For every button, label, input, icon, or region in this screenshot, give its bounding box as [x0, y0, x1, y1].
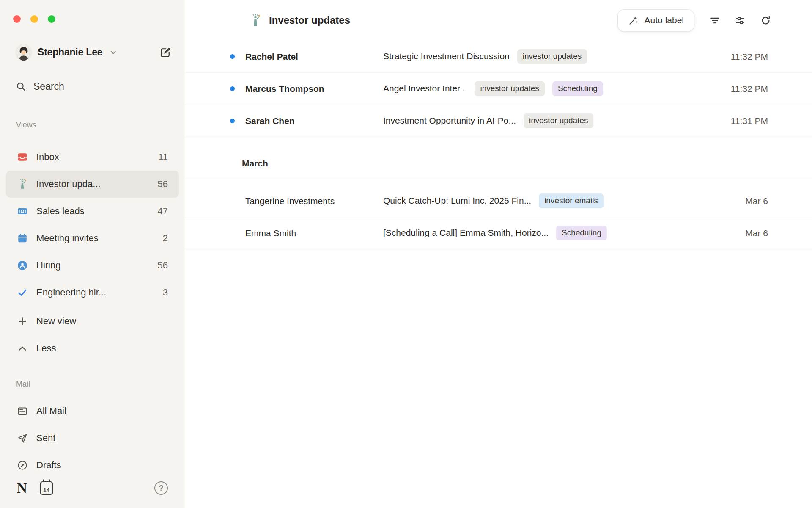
email-row-rachel-patel[interactable]: Rachel Patel Strategic Investment Discus…	[185, 41, 812, 73]
user-row: Stephanie Lee	[15, 43, 173, 61]
dot-cell	[228, 231, 245, 235]
avatar	[15, 44, 32, 61]
calendar-icon	[17, 233, 28, 244]
sidebar-item-drafts[interactable]: Drafts	[6, 452, 179, 479]
sidebar-item-label: Sales leads	[36, 206, 85, 217]
email-row-sarah-chen[interactable]: Sarah Chen Investment Opportunity in AI-…	[185, 105, 812, 137]
email-row-tangerine-investments[interactable]: Tangerine Investments Quick Catch-Up: Lu…	[185, 185, 812, 217]
views-section-label: Views	[16, 121, 185, 130]
email-tag[interactable]: Scheduling	[552, 81, 603, 96]
email-row-marcus-thompson[interactable]: Marcus Thompson Angel Investor Inter... …	[185, 73, 812, 105]
sidebar-item-label: Hiring	[36, 260, 60, 271]
dot-cell	[228, 54, 245, 59]
email-sender: Sarah Chen	[245, 116, 383, 126]
help-icon[interactable]: ?	[154, 481, 168, 495]
email-list: Rachel Patel Strategic Investment Discus…	[185, 41, 812, 249]
email-sender: Marcus Thompson	[245, 84, 383, 94]
less-label: Less	[36, 343, 56, 354]
page-title: Investor updates	[269, 14, 350, 26]
filter-button[interactable]	[705, 11, 724, 30]
sidebar-item-sales-leads[interactable]: Sales leads 47	[6, 198, 179, 225]
dot-cell	[228, 86, 245, 91]
statue-of-liberty-icon	[17, 179, 28, 190]
email-tag[interactable]: investor updates	[475, 81, 544, 96]
sidebar-item-count: 47	[158, 206, 168, 217]
drafts-icon	[17, 460, 28, 471]
sidebar-footer: N 14 ?	[0, 479, 185, 508]
calendar-app-icon[interactable]: 14	[40, 481, 53, 495]
email-time: Mar 6	[745, 196, 768, 206]
auto-label-button[interactable]: Auto label	[617, 9, 694, 32]
sidebar-item-count: 56	[158, 260, 168, 271]
email-tag[interactable]: investor updates	[517, 49, 587, 64]
dot-cell	[228, 119, 245, 123]
notion-icon[interactable]: N	[17, 481, 27, 495]
sidebar-item-label: Engineering hir...	[36, 287, 106, 298]
zoom-window-button[interactable]	[48, 15, 55, 23]
minimize-window-button[interactable]	[30, 15, 38, 23]
sidebar-item-all-mail[interactable]: All Mail	[6, 398, 179, 425]
main-content: Investor updates Auto label	[185, 0, 812, 508]
email-tag[interactable]: investor emails	[539, 193, 604, 208]
account-switcher[interactable]: Stephanie Lee	[15, 44, 118, 61]
sidebar-item-meeting-invites[interactable]: Meeting invites 2	[6, 225, 179, 252]
sidebar-item-label: Investor upda...	[36, 179, 101, 190]
sidebar-item-count: 2	[163, 233, 168, 244]
compose-icon	[159, 47, 171, 58]
compose-button[interactable]	[158, 45, 173, 60]
sidebar-item-label: Inbox	[36, 152, 59, 163]
sidebar-item-inbox[interactable]: Inbox 11	[6, 144, 179, 171]
email-tag[interactable]: Scheduling	[556, 226, 607, 240]
new-view-button[interactable]: New view	[6, 308, 179, 335]
filter-icon	[709, 15, 721, 26]
mail-section-label: Mail	[16, 380, 185, 389]
close-window-button[interactable]	[13, 15, 21, 23]
sidebar-item-label: Meeting invites	[36, 233, 99, 244]
checkmark-icon	[17, 287, 28, 298]
view-header: Investor updates Auto label	[185, 0, 812, 41]
statue-of-liberty-icon	[249, 14, 262, 27]
sidebar-item-label: All Mail	[36, 406, 66, 417]
banknote-icon	[17, 206, 28, 217]
email-subject: Strategic Investment Discussion	[383, 51, 510, 61]
sidebar-item-count: 11	[158, 152, 168, 163]
app-window: Stephanie Lee Search Views	[0, 0, 812, 508]
search-label: Search	[33, 81, 64, 92]
sidebar-item-engineering-hiring[interactable]: Engineering hir... 3	[6, 279, 179, 306]
sidebar-item-sent[interactable]: Sent	[6, 425, 179, 452]
sidebar-item-investor-updates[interactable]: Investor upda... 56	[6, 171, 179, 198]
header-actions: Auto label	[617, 9, 775, 32]
email-subject: Investment Opportunity in AI-Po...	[383, 116, 516, 126]
unread-dot	[230, 86, 235, 91]
email-row-emma-smith[interactable]: Emma Smith [Scheduling a Call] Emma Smit…	[185, 217, 812, 249]
search-button[interactable]: Search	[16, 80, 173, 93]
email-sender: Emma Smith	[245, 228, 383, 238]
email-subject: [Scheduling a Call] Emma Smith, Horizo..…	[383, 228, 549, 238]
inbox-icon	[17, 152, 28, 163]
less-button[interactable]: Less	[6, 335, 179, 362]
chevron-up-icon	[17, 343, 28, 354]
refresh-icon	[760, 15, 771, 26]
sidebar-item-hiring[interactable]: Hiring 56	[6, 252, 179, 279]
email-time: 11:32 PM	[731, 52, 768, 62]
mail-list-nav: All Mail Sent Drafts	[0, 398, 185, 479]
user-name: Stephanie Lee	[38, 47, 102, 58]
group-header: March	[185, 157, 812, 179]
email-sender: Tangerine Investments	[245, 196, 383, 206]
unread-dot	[230, 54, 235, 59]
email-tag[interactable]: investor updates	[524, 113, 593, 128]
email-subject: Quick Catch-Up: Lumi Inc. 2025 Fin...	[383, 196, 531, 206]
email-time: 11:32 PM	[731, 84, 768, 94]
sliders-icon	[735, 15, 746, 26]
sidebar-item-count: 3	[163, 287, 168, 298]
send-icon	[17, 433, 28, 444]
refresh-button[interactable]	[756, 11, 775, 30]
unread-dot	[230, 119, 235, 123]
plus-icon	[17, 316, 28, 327]
display-settings-button[interactable]	[731, 11, 749, 30]
chevron-down-icon	[109, 48, 118, 57]
sidebar: Stephanie Lee Search Views	[0, 0, 185, 508]
sidebar-item-count: 56	[158, 179, 168, 190]
magic-wand-icon	[628, 15, 639, 26]
views-list: Inbox 11 Investor upda... 56	[0, 144, 185, 362]
